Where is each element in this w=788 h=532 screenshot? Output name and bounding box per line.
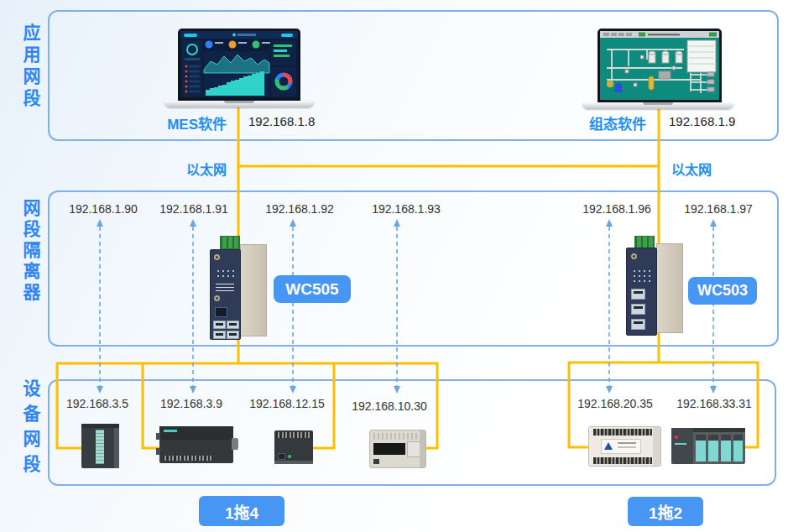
ip-label: 192.168.1.97: [668, 202, 769, 216]
ip-label: 192.168.12.15: [237, 397, 337, 410]
group-1to2-badge: 1拖2: [628, 497, 703, 526]
wc503-badge: WC503: [688, 277, 757, 305]
ip-label: 192.168.1.92: [249, 202, 350, 216]
ip-label: 192.168.3.5: [47, 397, 148, 410]
ip-label: 192.168.1.96: [566, 202, 667, 216]
ip-label: 192.168.10.30: [339, 399, 440, 413]
ip-label: 192.168.33.31: [664, 397, 765, 410]
scada-ip-label: 192.168.1.9: [669, 114, 735, 128]
network-topology-diagram: 应用网段 网段隔离器 设备网段: [0, 0, 788, 532]
scada-software-label: 组态软件: [554, 112, 646, 133]
ip-label: 192.168.1.90: [53, 202, 154, 216]
ethernet-label-right: 以太网: [671, 159, 712, 179]
ip-label: 192.168.3.9: [141, 397, 242, 410]
mes-ip-label: 192.168.1.8: [248, 114, 315, 128]
group-1to4-badge: 1拖4: [199, 496, 284, 526]
ip-label: 192.168.1.91: [144, 202, 244, 216]
mes-software-label: MES软件: [134, 112, 227, 133]
wc505-badge: WC505: [274, 275, 351, 303]
ethernet-label-left: 以太网: [151, 159, 227, 179]
ip-label: 192.168.20.35: [565, 397, 665, 410]
ip-label: 192.168.1.93: [356, 202, 457, 216]
